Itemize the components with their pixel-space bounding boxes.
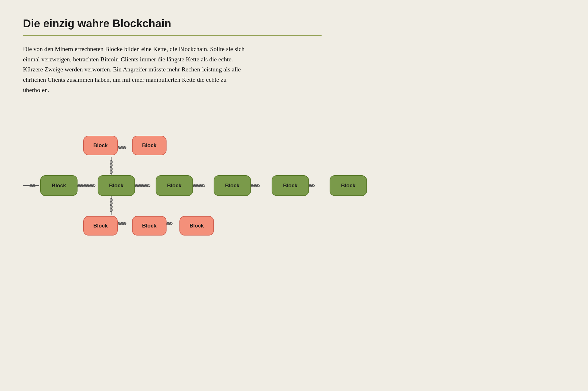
svg-point-3 — [24, 120, 26, 124]
block-green-2: Block — [98, 175, 135, 196]
block-green-3: Block — [156, 175, 193, 196]
page-title: Die einzig wahre Blockchain — [23, 17, 322, 30]
divider — [23, 35, 322, 36]
block-green-4: Block — [214, 175, 251, 196]
diagram-container: Block Block Block Block Block Block Bloc… — [23, 112, 322, 262]
svg-point-1 — [26, 117, 29, 119]
svg-point-2 — [24, 117, 26, 120]
svg-point-0 — [24, 117, 27, 119]
block-red-bottom-1: Block — [83, 216, 118, 236]
block-red-top-2: Block — [132, 136, 167, 155]
block-red-top-1: Block — [83, 136, 118, 155]
blockchain-diagram: Block Block Block Block Block Block Bloc… — [23, 112, 322, 262]
block-green-1: Block — [40, 175, 78, 196]
block-red-bottom-3: Block — [179, 216, 214, 236]
block-green-5: Block — [272, 175, 309, 196]
block-red-bottom-2: Block — [132, 216, 167, 236]
page-container: Die einzig wahre Blockchain Die von den … — [0, 0, 345, 285]
description: Die von den Minern errechneten Blöcke bi… — [23, 44, 247, 95]
block-green-6: Block — [330, 175, 367, 196]
